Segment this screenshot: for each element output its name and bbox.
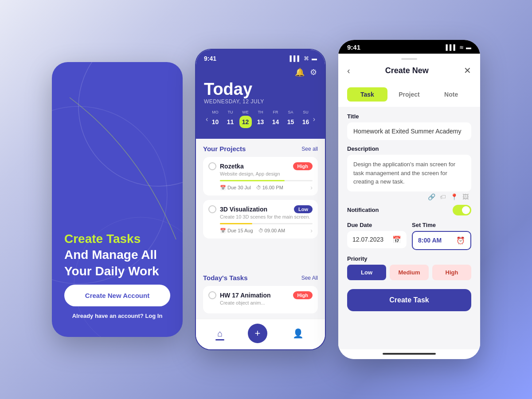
priority-badge: Low bbox=[294, 205, 313, 213]
tab-note[interactable]: Note bbox=[431, 87, 471, 102]
login-prompt: Already have an account? Log In bbox=[64, 313, 170, 319]
status-bar: 9:41 ▌▌▌ ⌘ ▬ bbox=[204, 55, 317, 62]
headline-tasks: Tasks bbox=[106, 232, 141, 246]
signal-icon: ▌▌▌ bbox=[289, 55, 301, 62]
welcome-text: Create Tasks And Manage AllYour Daily Wo… bbox=[64, 231, 170, 279]
set-time-input[interactable]: 8:00 AM ⏰ bbox=[412, 231, 471, 250]
calendar-week: ‹ MO 10 TU 11 WE 12 TH bbox=[204, 105, 317, 130]
tasks-section: Today's Tasks See All HW 17 Animation Hi… bbox=[196, 274, 325, 319]
home-icon: ⌂ bbox=[217, 329, 223, 339]
nav-profile[interactable]: 👤 bbox=[293, 328, 304, 339]
next-week-button[interactable]: › bbox=[313, 115, 315, 123]
tag-icon[interactable]: 🏷 bbox=[440, 193, 446, 200]
calendar-days: MO 10 TU 11 WE 12 TH 13 bbox=[209, 110, 313, 128]
calendar-day-th[interactable]: TH 13 bbox=[254, 110, 267, 128]
status-time: 9:41 bbox=[204, 55, 216, 62]
priority-medium-button[interactable]: Medium bbox=[390, 265, 429, 280]
dashboard-screen: 9:41 ▌▌▌ ⌘ ▬ 🔔 ⚙ Today WEDNESDAY, 12 JUL… bbox=[195, 49, 326, 350]
tasks-section-header: Today's Tasks See All bbox=[203, 274, 318, 282]
priority-label: Priority bbox=[347, 255, 471, 262]
project-checkbox[interactable] bbox=[208, 162, 216, 170]
task-checkbox[interactable] bbox=[208, 291, 216, 299]
welcome-actions: Create New Account Already have an accou… bbox=[64, 285, 170, 319]
projects-title: Your Projects bbox=[203, 145, 246, 153]
settings-icon[interactable]: ⚙ bbox=[310, 67, 317, 77]
profile-icon: 👤 bbox=[293, 328, 304, 339]
nav-home[interactable]: ⌂ bbox=[217, 329, 223, 339]
project-subtitle: Create 10 3D scenes for the main screen. bbox=[208, 214, 313, 219]
see-all-projects[interactable]: See all bbox=[301, 146, 318, 152]
project-progress-bar bbox=[220, 223, 252, 224]
notification-row: Notification bbox=[347, 205, 471, 215]
dashboard-body: Your Projects See all Rozetka High Websi… bbox=[196, 139, 325, 274]
calendar-day-fr[interactable]: FR 14 bbox=[269, 110, 282, 128]
status-time: 9:41 bbox=[347, 43, 360, 51]
status-icons: ▌▌▌ ⌘ ▬ bbox=[289, 55, 317, 62]
due-date-group: Due Date 12.07.2023 📅 bbox=[347, 222, 407, 250]
type-tabs: Task Project Note bbox=[338, 82, 480, 107]
welcome-screen: Create Tasks And Manage AllYour Daily Wo… bbox=[52, 62, 183, 337]
due-date-label: Due Date bbox=[347, 222, 407, 228]
wifi-icon: ⌘ bbox=[304, 55, 309, 62]
task-card-hw17[interactable]: HW 17 Animation High Create object anim.… bbox=[203, 286, 318, 313]
title-label: Title bbox=[347, 113, 471, 120]
home-indicator bbox=[383, 353, 436, 355]
battery-icon: ▬ bbox=[466, 44, 471, 51]
calendar-icon: 📅 bbox=[392, 235, 401, 244]
close-button[interactable]: ✕ bbox=[464, 65, 471, 76]
priority-high-button[interactable]: High bbox=[432, 265, 471, 280]
notification-icon[interactable]: 🔔 bbox=[295, 67, 305, 77]
task-priority-badge: High bbox=[293, 291, 313, 299]
set-time-group: Set Time 8:00 AM ⏰ bbox=[412, 222, 471, 250]
priority-low-button[interactable]: Low bbox=[347, 265, 386, 280]
project-due-date: 📅 Due 15 Aug bbox=[220, 228, 253, 234]
calendar-day-mo[interactable]: MO 10 bbox=[209, 110, 222, 128]
back-button[interactable]: ‹ bbox=[347, 66, 350, 76]
project-arrow-icon[interactable]: › bbox=[310, 184, 313, 191]
task-subtitle: Create object anim... bbox=[208, 300, 313, 305]
create-account-button[interactable]: Create New Account bbox=[64, 285, 170, 306]
tab-project[interactable]: Project bbox=[389, 87, 430, 102]
fab-add-button[interactable]: + bbox=[248, 324, 267, 343]
notification-label: Notification bbox=[347, 207, 379, 213]
tab-task[interactable]: Task bbox=[347, 87, 387, 102]
link-icon[interactable]: 🔗 bbox=[428, 193, 435, 200]
title-input[interactable]: Homework at Exited Summer Academy bbox=[347, 122, 471, 140]
priority-badge: High bbox=[293, 162, 313, 170]
due-date-input[interactable]: 12.07.2023 📅 bbox=[347, 231, 407, 248]
status-icons: ▌▌▌ ≋ ▬ bbox=[446, 44, 471, 51]
description-label: Description bbox=[347, 145, 471, 152]
modal-title: Create New bbox=[385, 66, 429, 75]
image-icon[interactable]: 🖼 bbox=[462, 193, 469, 200]
project-name: Rozetka bbox=[220, 163, 244, 170]
create-task-button[interactable]: Create Task bbox=[347, 289, 471, 311]
drag-handle bbox=[401, 58, 417, 60]
bottom-nav: ⌂ + 👤 bbox=[196, 319, 325, 349]
project-progress-bg bbox=[220, 223, 313, 224]
project-card-3d[interactable]: 3D Visualization Low Create 10 3D scenes… bbox=[203, 200, 318, 239]
priority-selector: Low Medium High bbox=[347, 265, 471, 280]
tasks-title: Today's Tasks bbox=[203, 274, 248, 282]
battery-icon: ▬ bbox=[312, 55, 317, 62]
project-due-date: 📅 Due 30 Jul bbox=[220, 185, 251, 191]
project-checkbox[interactable] bbox=[208, 205, 216, 213]
project-time: ⏱ 16.00 PM bbox=[256, 185, 283, 191]
create-new-screen: 9:41 ▌▌▌ ≋ ▬ ‹ Create New ✕ Task Project… bbox=[338, 40, 480, 359]
date-time-row: Due Date 12.07.2023 📅 Set Time 8:00 AM ⏰ bbox=[347, 222, 471, 250]
calendar-day-sa[interactable]: SA 15 bbox=[284, 110, 297, 128]
calendar-day-we[interactable]: WE 12 bbox=[239, 110, 252, 128]
see-all-tasks[interactable]: See All bbox=[301, 275, 318, 281]
prev-week-button[interactable]: ‹ bbox=[206, 115, 208, 123]
clock-icon: ⏰ bbox=[456, 236, 465, 245]
project-arrow-icon[interactable]: › bbox=[310, 227, 313, 234]
login-link[interactable]: Log In bbox=[145, 313, 162, 319]
calendar-day-su[interactable]: SU 16 bbox=[299, 110, 313, 128]
create-form: Title Homework at Exited Summer Academy … bbox=[338, 107, 480, 349]
location-icon[interactable]: 📍 bbox=[450, 193, 458, 200]
description-input[interactable]: Design the application's main screen for… bbox=[347, 155, 471, 192]
today-label: Today bbox=[204, 81, 317, 98]
calendar-day-tu[interactable]: TU 11 bbox=[224, 110, 237, 128]
project-meta: 📅 Due 15 Aug ⏱ 09.00 AM bbox=[220, 228, 285, 234]
notification-toggle[interactable] bbox=[453, 205, 471, 215]
project-card-rozetka[interactable]: Rozetka High Website design, App design … bbox=[203, 157, 318, 196]
